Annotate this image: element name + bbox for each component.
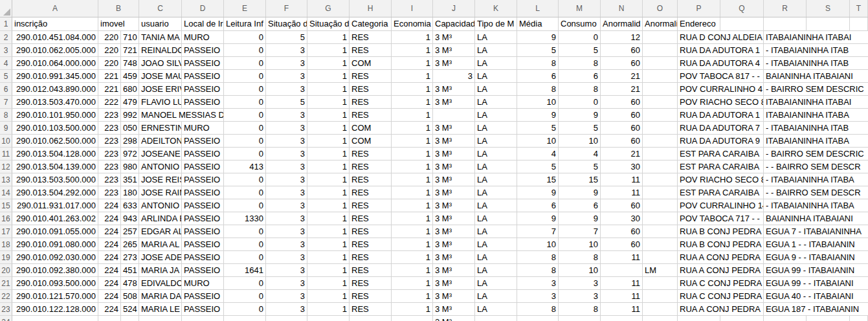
cell-endereco-continuation[interactable]: ITABAIANINHA ITABAI bbox=[764, 96, 868, 109]
cell-usuario[interactable]: ANTONIO bbox=[139, 160, 182, 173]
cell-anormalidade2[interactable] bbox=[643, 173, 678, 186]
cell-tipo-medidor[interactable]: LA bbox=[475, 57, 517, 70]
cell-usuario[interactable]: MARIA DA bbox=[139, 290, 182, 303]
cell-imovel-part2[interactable]: 633 bbox=[121, 199, 139, 212]
cell-usuario[interactable]: MARIA AL bbox=[139, 238, 182, 251]
cell-inscricao[interactable]: 290.013.504.128.000 bbox=[12, 148, 98, 160]
cell-capacidade[interactable]: 3 M³ bbox=[433, 251, 475, 264]
row-number-24[interactable]: 24 bbox=[0, 316, 12, 321]
cell-situacao1[interactable]: 3 bbox=[266, 109, 307, 122]
row-number-23[interactable]: 23 bbox=[0, 303, 12, 316]
cell-leitura[interactable]: 0 bbox=[224, 148, 266, 160]
cell-anormalidade1[interactable]: 21 bbox=[601, 70, 643, 83]
cell-leitura[interactable]: 413 bbox=[224, 160, 266, 173]
cell-imovel-part1[interactable]: 221 bbox=[98, 70, 121, 83]
cell-economia[interactable]: 1 bbox=[392, 70, 433, 83]
cell-endereco[interactable]: RUA DA ADUTORA 7 bbox=[678, 122, 764, 135]
cell-media[interactable]: 8 bbox=[517, 57, 559, 70]
cell-categoria[interactable]: RES bbox=[350, 70, 392, 83]
cell-anormalidade2[interactable] bbox=[643, 225, 678, 238]
cell-economia[interactable]: 1 bbox=[392, 290, 433, 303]
cell-categoria[interactable]: RES bbox=[350, 277, 392, 290]
cell-tipo-medidor[interactable]: LA bbox=[475, 251, 517, 264]
cell-endereco-continuation[interactable]: ITABAIANINHA ITABA bbox=[764, 109, 868, 122]
cell-usuario[interactable]: JOAO SILV bbox=[139, 57, 182, 70]
cell-empty-n[interactable] bbox=[601, 316, 643, 321]
cell-anormalidade1[interactable]: 21 bbox=[601, 148, 643, 160]
cell-categoria[interactable]: RES bbox=[350, 212, 392, 225]
cell-usuario[interactable]: JOSE ADEL bbox=[139, 251, 182, 264]
cell-anormalidade2[interactable] bbox=[643, 148, 678, 160]
row-number-18[interactable]: 18 bbox=[0, 238, 12, 251]
cell-imovel-part2[interactable]: 298 bbox=[121, 135, 139, 148]
column-header-M[interactable]: M bbox=[559, 0, 601, 17]
cell-usuario[interactable]: TANIA MA bbox=[139, 31, 182, 44]
cell-capacidade[interactable]: 3 bbox=[433, 70, 475, 83]
cell-endereco[interactable]: RUA B CONJ PEDRA I bbox=[678, 238, 764, 251]
cell-economia[interactable]: 1 bbox=[392, 212, 433, 225]
cell-media[interactable]: 9 bbox=[517, 109, 559, 122]
cell-imovel-part1[interactable]: 224 bbox=[98, 199, 121, 212]
cell-local[interactable]: PASSEIO bbox=[182, 199, 224, 212]
cell-endereco[interactable]: RUA C CONJ PEDRA I bbox=[678, 277, 764, 290]
cell-empty-m[interactable] bbox=[559, 316, 601, 321]
cell-imovel-part1[interactable]: 220 bbox=[98, 31, 121, 44]
cell-situacao2[interactable]: 1 bbox=[307, 96, 350, 109]
cell-economia[interactable]: 1 bbox=[392, 44, 433, 57]
cell-situacao2[interactable]: 1 bbox=[307, 238, 350, 251]
cell-imovel-part1[interactable]: 224 bbox=[98, 251, 121, 264]
cell-categoria[interactable]: RES bbox=[350, 251, 392, 264]
cell-anormalidade2[interactable] bbox=[643, 160, 678, 173]
cell-situacao2[interactable]: 1 bbox=[307, 251, 350, 264]
cell-media[interactable]: 9 bbox=[517, 212, 559, 225]
column-header-G[interactable]: G bbox=[307, 0, 350, 17]
cell-leitura[interactable]: 0 bbox=[224, 225, 266, 238]
column-header-R[interactable]: R bbox=[764, 0, 807, 17]
cell-empty-a[interactable] bbox=[12, 316, 98, 321]
cell-usuario[interactable]: JOSE MAU bbox=[139, 70, 182, 83]
cell-situacao2[interactable]: 1 bbox=[307, 44, 350, 57]
cell-situacao1[interactable]: 3 bbox=[266, 173, 307, 186]
cell-endereco[interactable]: EST PARA CARAIBA bbox=[678, 148, 764, 160]
cell-situacao1[interactable]: 5 bbox=[266, 96, 307, 109]
cell-situacao1[interactable]: 3 bbox=[266, 303, 307, 316]
column-header-Q[interactable]: Q bbox=[720, 0, 764, 17]
cell-anormalidade1[interactable]: 11 bbox=[601, 173, 643, 186]
cell-anormalidade2[interactable] bbox=[643, 238, 678, 251]
cell-consumo[interactable]: 4 bbox=[559, 148, 601, 160]
cell-endereco[interactable]: RUA DA ADUTORA 9 bbox=[678, 135, 764, 148]
cell-imovel-part1[interactable]: 224 bbox=[98, 238, 121, 251]
cell-imovel-part1[interactable]: 224 bbox=[98, 277, 121, 290]
cell-media[interactable]: 10 bbox=[517, 96, 559, 109]
cell-situacao1[interactable]: 3 bbox=[266, 212, 307, 225]
cell-inscricao[interactable]: 290.010.093.500.000 bbox=[12, 277, 98, 290]
row-number-17[interactable]: 17 bbox=[0, 225, 12, 238]
header-cell-tipo[interactable]: Tipo de M bbox=[475, 17, 517, 31]
header-cell-economia[interactable]: Economia bbox=[392, 17, 433, 31]
cell-categoria[interactable]: RES bbox=[350, 199, 392, 212]
cell-anormalidade2[interactable] bbox=[643, 122, 678, 135]
cell-endereco-continuation[interactable]: - BAIRRO SEM DESCRIC bbox=[764, 83, 868, 96]
cell-consumo[interactable]: 8 bbox=[559, 303, 601, 316]
cell-imovel-part1[interactable]: 224 bbox=[98, 212, 121, 225]
cell-leitura[interactable]: 0 bbox=[224, 238, 266, 251]
cell-capacidade[interactable] bbox=[433, 109, 475, 122]
cell-categoria[interactable]: RES bbox=[350, 303, 392, 316]
row-number-12[interactable]: 12 bbox=[0, 160, 12, 173]
cell-situacao1[interactable]: 3 bbox=[266, 148, 307, 160]
cell-leitura[interactable]: 0 bbox=[224, 96, 266, 109]
cell-usuario[interactable]: ERNESTIN bbox=[139, 122, 182, 135]
cell-anormalidade1[interactable]: 60 bbox=[601, 44, 643, 57]
cell-endereco-continuation[interactable]: EGUA 40 - - ITABAIANI bbox=[764, 290, 868, 303]
cell-anormalidade1[interactable]: 11 bbox=[601, 251, 643, 264]
cell-capacidade[interactable]: 3 M³ bbox=[433, 186, 475, 199]
row-number-1[interactable]: 1 bbox=[0, 17, 12, 31]
column-header-O[interactable]: O bbox=[643, 0, 678, 17]
cell-situacao2[interactable]: 1 bbox=[307, 225, 350, 238]
cell-anormalidade1[interactable]: 30 bbox=[601, 160, 643, 173]
column-header-A[interactable]: A bbox=[12, 0, 98, 17]
cell-tipo-medidor[interactable]: LA bbox=[475, 264, 517, 277]
cell-anormalidade1[interactable]: 60 bbox=[601, 199, 643, 212]
cell-anormalidade2[interactable] bbox=[643, 212, 678, 225]
column-header-P[interactable]: P bbox=[678, 0, 720, 17]
